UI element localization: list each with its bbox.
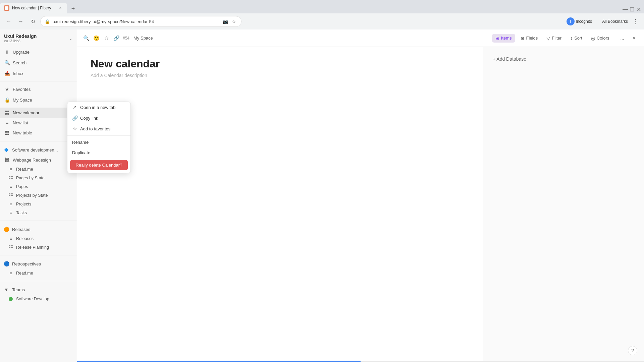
address-input[interactable]: 🔒 uxui-redesign.fibery.io/@my-space/New-… xyxy=(40,16,241,27)
app: Uxui Redesign ea131bb8 ⌄ ⬆ Upgrade 🔍 Sea… xyxy=(0,29,644,362)
svg-rect-16 xyxy=(9,195,10,196)
sidebar-item-readme1[interactable]: ≡ Read.me xyxy=(0,165,77,174)
emoji-icon[interactable]: 🙂 xyxy=(93,35,100,42)
copy-link-icon: 🔗 xyxy=(72,115,77,121)
sidebar-item-releases-header[interactable]: 🟠 Releases xyxy=(3,226,30,232)
breadcrumb-myspace[interactable]: My Space xyxy=(133,36,153,41)
releases-group-header[interactable]: 🟠 Releases xyxy=(0,224,77,234)
sidebar-divider-2 xyxy=(0,141,77,141)
svg-rect-19 xyxy=(11,245,13,246)
window-minimize-btn[interactable]: — xyxy=(623,7,628,12)
bookmarks-label[interactable]: All Bookmarks xyxy=(600,18,630,24)
sidebar-item-new-list[interactable]: ≡ New list xyxy=(0,118,77,128)
context-menu-open-new-tab[interactable]: ↗ Open in a new tab xyxy=(67,102,130,113)
main-header: 🔍 🙂 ☆ 🔗 #54 My Space ⊞ Items ⊕ Fields ▽ xyxy=(77,29,644,47)
sidebar-item-readme2[interactable]: ≡ Read.me xyxy=(0,269,77,278)
new-calendar-label: New calendar xyxy=(13,110,66,115)
webpage-redesign-label: Webpage Redesign xyxy=(13,158,73,163)
add-favorites-icon: ☆ xyxy=(72,126,77,131)
sidebar-nav: ⬆ Upgrade 🔍 Search 📥 Inbox ★ Favorites 🔒… xyxy=(0,46,77,106)
sidebar-divider-5 xyxy=(0,281,77,281)
sidebar-item-new-table[interactable]: New table xyxy=(0,128,77,138)
bookmarks-bar: All Bookmarks xyxy=(600,18,630,24)
workspace-sub: ea131bb8 xyxy=(4,39,37,43)
address-text: uxui-redesign.fibery.io/@my-space/New-ca… xyxy=(53,19,154,24)
page-main: New calendar Add a Calendar description xyxy=(77,47,483,361)
context-menu-add-favorites[interactable]: ☆ Add to favorites xyxy=(67,123,130,134)
retrospectives-group-header[interactable]: 🔵 Retrospectives xyxy=(0,259,77,269)
sidebar-item-search[interactable]: 🔍 Search xyxy=(0,58,77,68)
teams-group-header[interactable]: ▼ Teams xyxy=(0,285,77,295)
projects-by-state-icon xyxy=(8,193,13,198)
favorites-label: Favorites xyxy=(13,87,73,92)
sidebar-item-projects[interactable]: ≡ Projects xyxy=(0,200,77,208)
close-header-btn[interactable]: × xyxy=(629,34,639,42)
search-breadcrumb-icon[interactable]: 🔍 xyxy=(83,35,90,42)
delete-calendar-btn[interactable]: Really delete Calendar? xyxy=(70,160,128,170)
sidebar-item-upgrade[interactable]: ⬆ Upgrade xyxy=(0,47,77,57)
space-header-software[interactable]: 🔷 Software developmen... xyxy=(0,145,77,155)
add-database-btn[interactable]: + Add Database xyxy=(490,54,637,64)
sidebar-collapse-btn[interactable]: ⌄ xyxy=(69,36,73,41)
fields-icon: ⊕ xyxy=(521,36,525,41)
star-icon[interactable]: ☆ xyxy=(230,18,237,25)
sidebar-item-software-develop[interactable]: Software Develop... xyxy=(0,295,77,303)
window-close-btn[interactable]: ✕ xyxy=(636,7,641,12)
back-btn[interactable]: ← xyxy=(4,17,13,26)
sidebar-item-release-planning[interactable]: Release Planning xyxy=(0,243,77,252)
sidebar-item-new-calendar[interactable]: New calendar ··· xyxy=(0,108,77,118)
filter-btn[interactable]: ▽ Filter xyxy=(543,34,565,43)
reload-btn[interactable]: ↻ xyxy=(28,17,38,26)
sort-btn[interactable]: ↕ Sort xyxy=(567,34,586,43)
profile-btn[interactable]: I Incognito xyxy=(564,17,595,26)
context-menu-rename[interactable]: Rename xyxy=(67,137,130,147)
progress-bar xyxy=(77,361,361,362)
window-maximize-btn[interactable]: ☐ xyxy=(629,7,635,12)
sidebar-item-software-dev[interactable]: 🔷 Software developmen... xyxy=(3,147,58,153)
tab-favicon xyxy=(4,5,9,11)
sidebar-item-tasks[interactable]: ≡ Tasks xyxy=(0,208,77,217)
readme-icon2: ≡ xyxy=(8,270,13,276)
camera-icon: 📷 xyxy=(222,18,228,25)
sidebar-item-myspace[interactable]: 🔒 My Space xyxy=(0,95,77,105)
fields-btn[interactable]: ⊕ Fields xyxy=(517,34,541,43)
context-menu-divider xyxy=(67,135,130,136)
items-label: Items xyxy=(501,36,512,41)
releases-sub-icon: ≡ xyxy=(8,236,13,241)
help-btn[interactable]: ? xyxy=(628,346,637,355)
sidebar-item-inbox[interactable]: 📥 Inbox xyxy=(0,68,77,78)
forward-btn[interactable]: → xyxy=(16,17,25,26)
star-breadcrumb-icon[interactable]: ☆ xyxy=(103,35,110,42)
svg-rect-21 xyxy=(11,247,13,248)
context-menu-duplicate[interactable]: Duplicate xyxy=(67,147,130,158)
sidebar-item-pages[interactable]: ≡ Pages xyxy=(0,182,77,191)
colors-btn[interactable]: ◎ Colors xyxy=(588,34,613,43)
new-tab-btn[interactable]: + xyxy=(68,4,78,13)
page-description[interactable]: Add a Calendar description xyxy=(91,73,470,78)
svg-rect-3 xyxy=(7,113,9,115)
sidebar-item-projects-by-state[interactable]: Projects by State xyxy=(0,191,77,200)
readme-label1: Read.me xyxy=(16,167,33,172)
more-btn[interactable]: ... xyxy=(617,34,628,42)
tab-close-btn[interactable]: × xyxy=(58,5,63,11)
sidebar-item-retrospectives[interactable]: 🔵 Retrospectives xyxy=(3,261,41,267)
pages-icon: ≡ xyxy=(8,184,13,189)
teams-label: Teams xyxy=(12,287,25,292)
new-list-label: New list xyxy=(13,120,73,125)
sidebar-item-favorites[interactable]: ★ Favorites xyxy=(0,84,77,94)
link-icon[interactable]: 🔗 xyxy=(113,35,120,42)
sidebar-divider-4 xyxy=(0,255,77,255)
active-tab[interactable]: New calendar | Fibery × xyxy=(0,3,67,13)
items-btn[interactable]: ⊞ Items xyxy=(492,34,515,43)
browser-menu-btn[interactable]: ⋮ xyxy=(631,16,640,26)
sidebar-item-releases-sub[interactable]: ≡ Releases xyxy=(0,234,77,243)
context-menu-copy-link[interactable]: 🔗 Copy link xyxy=(67,113,130,123)
sidebar-item-teams[interactable]: ▼ Teams xyxy=(3,287,25,293)
colors-icon: ◎ xyxy=(591,36,595,41)
context-menu: ↗ Open in a new tab 🔗 Copy link ☆ Add to… xyxy=(67,102,131,173)
svg-rect-6 xyxy=(5,132,7,133)
browser-chrome: New calendar | Fibery × + — ☐ ✕ ← → ↻ 🔒 … xyxy=(0,0,644,29)
sidebar-item-webpage-redesign[interactable]: 🖼 Webpage Redesign xyxy=(0,155,77,165)
svg-rect-8 xyxy=(5,134,7,135)
sidebar-item-pages-by-state[interactable]: Pages by State xyxy=(0,174,77,182)
